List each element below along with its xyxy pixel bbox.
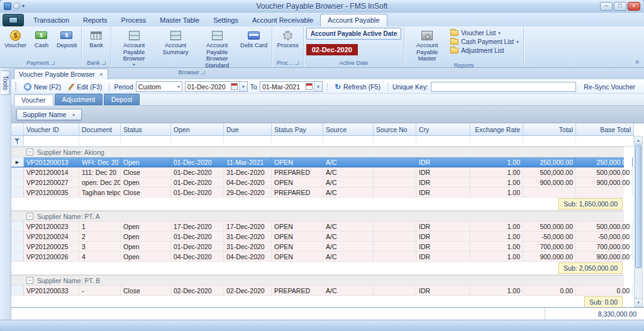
table-row[interactable]: VP2012000253Open01-Dec-202031-Dec-2020OP… [11,242,624,252]
cash-payment-list-button[interactable]: Cash Payment List ▾ [448,38,520,45]
dialog-launcher-icon[interactable] [51,61,55,65]
close-button[interactable]: × [628,2,640,11]
column-header-document[interactable]: Document [79,123,121,135]
date-from-field[interactable]: 01-Dec-2020 ▾ [185,81,248,92]
table-row[interactable]: VP201200035Tagihan telpon: D...Close01-D… [11,188,624,198]
group-row[interactable]: −Supplier Name: PT. A [11,211,624,222]
group-row[interactable]: −Supplier Name: Akiong [11,147,624,157]
table-row[interactable]: VP2012000264Open04-Dec-202004-Dec-2020OP… [11,252,624,262]
dialog-launcher-icon[interactable] [102,61,106,65]
column-header-open[interactable]: Open [171,123,224,135]
column-header-status-pay[interactable]: Status Pay [272,123,323,135]
date-to-field[interactable]: 01-Mar-2021 ▾ [260,81,323,92]
document-tab[interactable]: Voucher Payable Browser × [14,69,108,79]
ribbon-tab-transaction[interactable]: Transaction [26,14,76,26]
scrollbar-thumb[interactable] [635,145,641,268]
filter-cell[interactable] [79,136,121,146]
title-bar[interactable]: ▾ Voucher Payable Browser - FMS InSoft –… [0,0,644,13]
app-icon[interactable] [4,3,11,10]
filter-cell[interactable] [224,136,272,146]
ribbon-tab-process[interactable]: Process [114,14,153,26]
tab-adjustment[interactable]: Adjustment [55,94,103,105]
period-select[interactable]: Custom ▾ [136,81,182,92]
column-header-source-no[interactable]: Source No [374,123,416,135]
table-row-selected[interactable]: ▶VP201200013WFI: Dec 20Open01-Dec-202011… [11,157,624,167]
dialog-launcher-icon[interactable] [201,70,205,74]
new-button[interactable]: New (F2) [21,82,64,91]
column-header-total[interactable]: Total [523,123,576,135]
account-payable-browser-standard-button[interactable]: Account Payable Browser Standard [197,28,237,69]
filter-cell[interactable] [24,136,79,146]
ribbon-tab-settings[interactable]: Settings [206,14,245,26]
filter-cell[interactable] [272,136,323,146]
dialog-launcher-icon[interactable] [295,61,299,65]
scroll-down-icon[interactable]: ▼ [635,298,642,306]
ribbon-collapse-icon[interactable]: « [633,60,640,64]
minimize-button[interactable]: – [600,2,613,11]
bank-button[interactable]: Bank [84,28,108,49]
filter-cell[interactable] [374,136,416,146]
scroll-up-icon[interactable]: ▲ [635,137,642,145]
filter-cell[interactable] [121,136,171,146]
collapse-group-icon[interactable]: − [26,277,33,284]
edit-button[interactable]: Edit (F3) [66,82,104,91]
deposit-button[interactable]: $ Deposit [55,28,79,49]
table-row[interactable]: VP201200014111: Dec 20Close01-Dec-202031… [11,167,624,177]
column-header-cry[interactable]: Cry [416,123,470,135]
scrollbar-track[interactable] [635,145,642,298]
application-menu-button[interactable] [3,14,24,26]
group-by-panel[interactable]: Supplier Name ▲ [11,106,644,123]
collapse-group-icon[interactable]: − [26,149,33,155]
quick-access-dropdown-icon[interactable]: ▾ [22,4,25,9]
account-payable-master-button[interactable]: Account Payable Master [407,28,447,62]
tab-depost[interactable]: Depost [104,94,140,105]
toolbar-grip[interactable] [15,82,17,91]
adjustment-list-button[interactable]: Adjustment List [448,47,520,54]
cell: -50,000.00 [523,232,576,241]
group-by-chip[interactable]: Supplier Name ▲ [16,109,82,120]
account-summary-button[interactable]: Account Summary [155,28,196,55]
maximize-button[interactable]: □ [614,2,626,11]
refresh-button[interactable]: ↻ Refresh (F5) [332,82,383,91]
ribbon-tab-account-receivable[interactable]: Account Receivable [245,14,320,26]
collapse-group-icon[interactable]: − [26,213,33,220]
voucher-list-button[interactable]: Voucher List ▾ [448,30,520,36]
unique-key-input[interactable] [431,82,576,92]
column-header-due[interactable]: Due [224,123,272,135]
tab-voucher[interactable]: Voucher [14,94,53,106]
vertical-scrollbar[interactable]: ▲ ▼ [634,136,643,307]
group-row[interactable]: −Supplier Name: PT. B [11,275,624,286]
table-row[interactable]: VP2012000231Open17-Dec-202017-Dec-2020OP… [11,222,624,232]
filter-cell[interactable] [576,136,634,146]
quick-access-button[interactable] [13,3,20,9]
ribbon-tab-master-table[interactable]: Master Table [153,14,206,26]
active-date-value[interactable]: 02-Dec-2020 [306,44,358,55]
filter-cell[interactable] [416,136,470,146]
filter-cell[interactable] [323,136,374,146]
filter-cell[interactable] [523,136,576,146]
ribbon-tab-account-payable[interactable]: Account Payable [320,14,387,26]
debt-card-button[interactable]: Debt Card [238,28,269,49]
table-row[interactable]: VP2012000242Open01-Dec-202031-Dec-2020OP… [11,232,624,242]
column-header-status[interactable]: Status [121,123,171,135]
cash-button[interactable]: $ Cash [30,28,53,49]
ribbon-tab-reports[interactable]: Reports [76,14,114,26]
cell: 31-Dec-2020 [224,232,272,241]
voucher-button[interactable]: $ Voucher [3,28,28,49]
tools-panel-tab[interactable]: Tools [1,70,10,95]
column-header-voucher-id[interactable]: Voucher ID [24,123,79,135]
table-row[interactable]: VP201200027open: Dec 20Open01-Dec-202004… [11,177,624,188]
account-payable-browser-button[interactable]: Account Payable Browser ▾ [114,28,154,67]
column-header-base-total[interactable]: Base Total [576,123,634,135]
filter-cell[interactable] [470,136,523,146]
date-dropdown-icon[interactable]: ▾ [314,82,322,91]
filter-cell[interactable] [171,136,224,146]
grid-viewport[interactable]: −Supplier Name: Akiong▶VP201200013WFI: D… [11,147,634,307]
close-tab-icon[interactable]: × [99,71,103,78]
column-header-source[interactable]: Source [323,123,374,135]
resync-voucher-button[interactable]: Re-Sync Voucher [579,82,640,91]
column-header-exchange-rate[interactable]: Exchange Rate [470,123,523,135]
process-button[interactable]: Process [275,28,300,49]
table-row[interactable]: VP201200033-Close02-Dec-202002-Dec-2020P… [11,286,624,296]
date-dropdown-icon[interactable]: ▾ [239,82,247,91]
